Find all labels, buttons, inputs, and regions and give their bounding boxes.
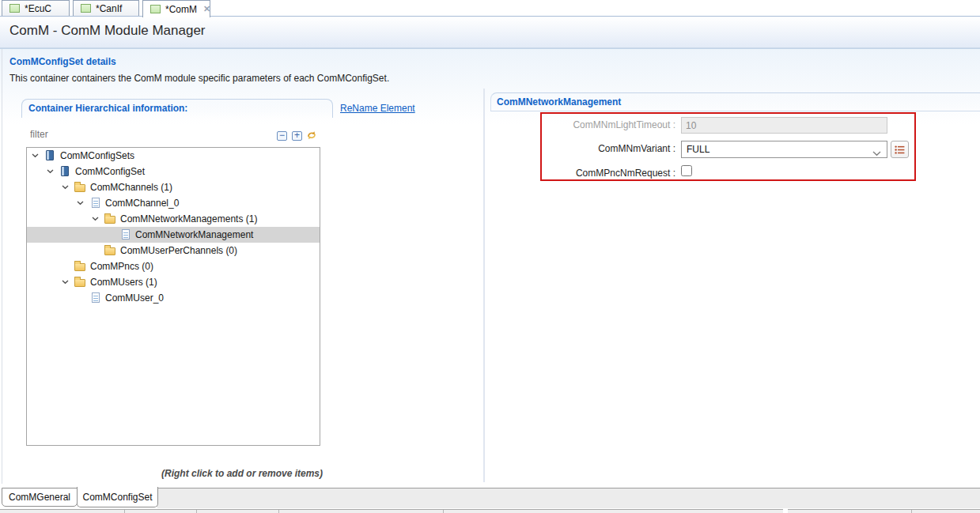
tree-item-commchannel-0[interactable]: ComMChannel_0: [27, 195, 320, 211]
editor-tab-label: *ComM: [165, 4, 197, 15]
tree-item-label: ComMChannel_0: [105, 198, 179, 209]
title-bar: ComM - ComM Module Manager: [0, 17, 980, 48]
chevron-down-icon[interactable]: [92, 217, 104, 221]
lower-panel-edge: [0, 509, 980, 513]
pnc-nm-request-label: ComMPncNmRequest :: [490, 168, 675, 179]
editor-tab-canif[interactable]: *CanIf: [73, 0, 139, 16]
nm-variant-dropdown[interactable]: FULL: [681, 141, 887, 158]
tree-item-commuser-0[interactable]: ComMUser_0: [27, 290, 320, 306]
comm-editor-window: *EcuC *CanIf *ComM ✕ ComM - ComM Module …: [0, 0, 980, 513]
tree-item-label: ComMPncs (0): [90, 261, 153, 272]
tree-item-label: ComMConfigSet: [75, 166, 145, 177]
folder-icon: [104, 213, 117, 224]
tab-commgeneral[interactable]: ComMGeneral: [2, 488, 78, 507]
editor-file-icon: [150, 5, 161, 13]
bottom-tab-label: ComMGeneral: [9, 492, 70, 503]
lower-panel-column-divider: [443, 510, 444, 513]
module-icon: [59, 166, 72, 177]
chevron-down-icon[interactable]: [32, 153, 44, 158]
tree-hint-text: (Right click to add or remove items): [0, 468, 484, 479]
bottom-tab-label: ComMConfigSet: [82, 492, 152, 503]
form-left-edge: [2, 49, 2, 484]
tree-item-label: ComMChannels (1): [90, 182, 172, 193]
tree-item-commusers[interactable]: ComMUsers (1): [27, 274, 320, 290]
tree-item-commconfigsets[interactable]: ComMConfigSets: [27, 148, 320, 164]
document-icon: [119, 229, 132, 240]
chevron-down-icon[interactable]: [77, 201, 89, 206]
lower-panel-column-divider: [278, 510, 279, 513]
tree-item-label: ComMUsers (1): [90, 277, 157, 288]
rename-element-link[interactable]: ReName Element: [340, 103, 415, 114]
document-icon: [89, 292, 102, 304]
tree-item-label: ComMUserPerChannels (0): [120, 245, 237, 256]
tree-item-label: ComMNetworkManagements (1): [120, 213, 257, 224]
pnc-nm-request-checkbox[interactable]: [681, 165, 692, 176]
tree-item-label: ComMNetworkManagement: [135, 229, 253, 240]
hierarchy-heading: Container Hierarchical information:: [28, 103, 187, 114]
tree-item-commuserperchannels[interactable]: ComMUserPerChannels (0): [27, 243, 320, 258]
module-icon: [44, 150, 57, 161]
tree-item-commchannels[interactable]: ComMChannels (1): [27, 179, 320, 195]
folder-icon: [74, 277, 87, 288]
lower-panel-gap: [783, 509, 788, 513]
light-timeout-field: [681, 117, 887, 134]
lower-panel-column-divider: [196, 510, 197, 513]
chevron-down-icon[interactable]: [62, 280, 74, 285]
tree-item-label: ComMConfigSets: [60, 150, 134, 161]
nm-variant-label: ComMNmVariant :: [490, 143, 675, 154]
bottom-tabbar-background: [157, 488, 980, 508]
tree-item-commconfigset[interactable]: ComMConfigSet: [27, 164, 320, 179]
chevron-down-icon[interactable]: [62, 185, 74, 190]
panel-divider: [483, 89, 485, 482]
tab-commconfigset[interactable]: ComMConfigSet: [77, 487, 158, 507]
tree-item-commnetworkmanagements[interactable]: ComMNetworkManagements (1): [27, 211, 320, 227]
light-timeout-label: ComMNmLightTimeout :: [490, 119, 675, 130]
section-description: This container containers the ComM modul…: [9, 73, 389, 84]
tree-item-commnetworkmanagement-selected[interactable]: ComMNetworkManagement: [27, 227, 320, 243]
chevron-down-icon: [872, 148, 881, 159]
nm-variant-list-button[interactable]: [891, 141, 909, 158]
editor-tab-ecuc[interactable]: *EcuC: [2, 0, 70, 16]
editor-tab-label: *EcuC: [25, 3, 51, 14]
refresh-icon[interactable]: [305, 130, 318, 141]
close-icon[interactable]: ✕: [203, 4, 210, 14]
tree-item-label: ComMUser_0: [105, 292, 164, 304]
nm-variant-value: FULL: [682, 144, 709, 155]
editor-file-icon: [81, 4, 91, 13]
editor-file-icon: [9, 4, 20, 13]
network-management-heading: ComMNetworkManagement: [497, 96, 621, 108]
tree-item-commpncs[interactable]: ComMPncs (0): [27, 258, 320, 274]
list-icon: [895, 145, 905, 154]
lower-panel-column-divider: [911, 510, 912, 513]
collapse-all-icon[interactable]: −: [277, 131, 287, 141]
section-heading: ComMConfigSet details: [9, 56, 116, 67]
chevron-down-icon[interactable]: [47, 169, 59, 174]
page-title: ComM - ComM Module Manager: [9, 23, 206, 39]
container-tree[interactable]: ComMConfigSets ComMConfigSet ComMChannel…: [26, 147, 320, 446]
lower-panel-column-divider: [124, 510, 125, 513]
folder-icon: [74, 182, 87, 193]
editor-tab-label: *CanIf: [96, 3, 122, 14]
filter-input[interactable]: [28, 128, 158, 141]
editor-tab-comm[interactable]: *ComM ✕: [142, 0, 210, 17]
document-icon: [89, 198, 102, 209]
folder-icon: [104, 245, 117, 256]
expand-all-icon[interactable]: +: [292, 131, 302, 141]
folder-icon: [74, 261, 87, 272]
